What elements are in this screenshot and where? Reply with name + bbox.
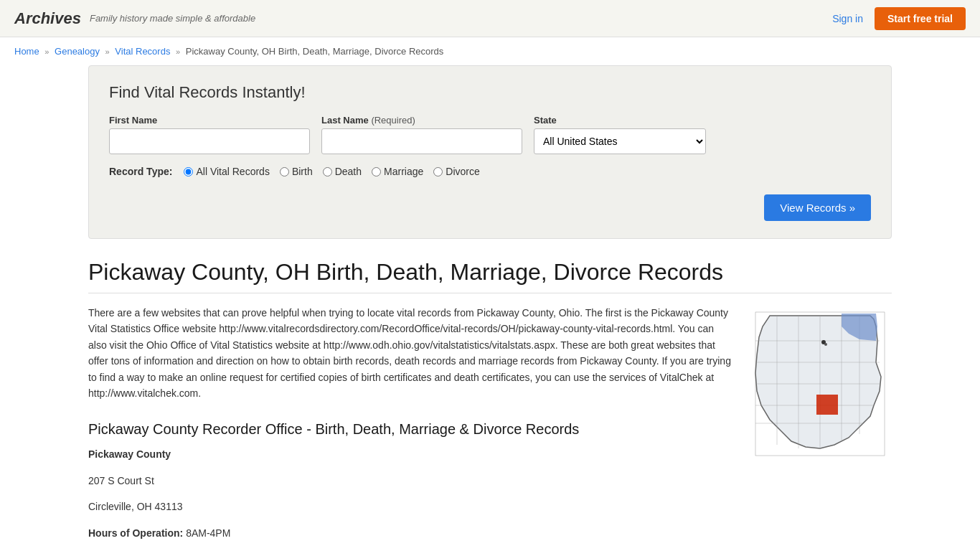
breadcrumb-home[interactable]: Home <box>14 46 39 57</box>
radio-group: All Vital Records Birth Death Marriage D… <box>184 166 479 177</box>
search-title: Find Vital Records Instantly! <box>109 83 871 102</box>
header-left: Archives Family history made simple & af… <box>14 9 255 28</box>
btn-row: View Records » <box>109 189 871 221</box>
first-name-input[interactable] <box>109 128 310 154</box>
start-trial-button[interactable]: Start free trial <box>875 7 966 30</box>
first-name-group: First Name <box>109 115 310 154</box>
record-type-row: Record Type: All Vital Records Birth Dea… <box>109 166 871 177</box>
hours-label: Hours of Operation: <box>88 527 183 539</box>
radio-birth[interactable]: Birth <box>280 166 313 177</box>
radio-all-vital[interactable]: All Vital Records <box>184 166 269 177</box>
state-label: State <box>534 115 706 126</box>
last-name-group: Last Name (Required) <box>321 115 522 154</box>
office-details: Pickaway County 207 S Court St Circlevil… <box>88 446 731 541</box>
sign-in-link[interactable]: Sign in <box>832 13 863 24</box>
first-name-label: First Name <box>109 115 310 126</box>
radio-death[interactable]: Death <box>323 166 362 177</box>
breadcrumb-current: Pickaway County, OH Birth, Death, Marria… <box>186 46 444 57</box>
office-name: Pickaway County <box>88 446 731 462</box>
svg-point-13 <box>824 343 827 346</box>
search-box: Find Vital Records Instantly! First Name… <box>88 65 892 239</box>
site-logo: Archives <box>14 9 81 28</box>
view-records-button[interactable]: View Records » <box>764 194 871 221</box>
breadcrumb-vital-records[interactable]: Vital Records <box>115 46 170 57</box>
last-name-required: (Required) <box>371 115 415 126</box>
state-select[interactable]: All United States <box>534 128 706 154</box>
section-heading: Pickaway County Recorder Office - Birth,… <box>88 421 731 438</box>
main-content: Find Vital Records Instantly! First Name… <box>74 65 906 551</box>
office-address1: 207 S Court St <box>88 473 731 489</box>
last-name-input[interactable] <box>321 128 522 154</box>
office-address2: Circleville, OH 43113 <box>88 499 731 514</box>
state-group: State All United States <box>534 115 706 154</box>
office-hours: Hours of Operation: 8AM-4PM <box>88 525 731 541</box>
page-title: Pickaway County, OH Birth, Death, Marria… <box>88 259 892 293</box>
site-tagline: Family history made simple & affordable <box>90 13 255 24</box>
radio-divorce[interactable]: Divorce <box>433 166 479 177</box>
ohio-map <box>748 305 892 551</box>
record-type-label: Record Type: <box>109 166 172 177</box>
svg-rect-11 <box>816 395 838 415</box>
radio-marriage[interactable]: Marriage <box>372 166 423 177</box>
hours-value: 8AM-4PM <box>186 527 230 539</box>
content-area: There are a few websites that can prove … <box>88 305 892 551</box>
last-name-label: Last Name (Required) <box>321 115 522 126</box>
header-right: Sign in Start free trial <box>832 7 966 30</box>
content-text: There are a few websites that can prove … <box>88 305 731 551</box>
breadcrumb: Home » Genealogy » Vital Records » Picka… <box>0 37 980 65</box>
site-header: Archives Family history made simple & af… <box>0 0 980 37</box>
form-row-names: First Name Last Name (Required) State Al… <box>109 115 871 154</box>
breadcrumb-genealogy[interactable]: Genealogy <box>55 46 100 57</box>
page-description: There are a few websites that can prove … <box>88 305 731 401</box>
